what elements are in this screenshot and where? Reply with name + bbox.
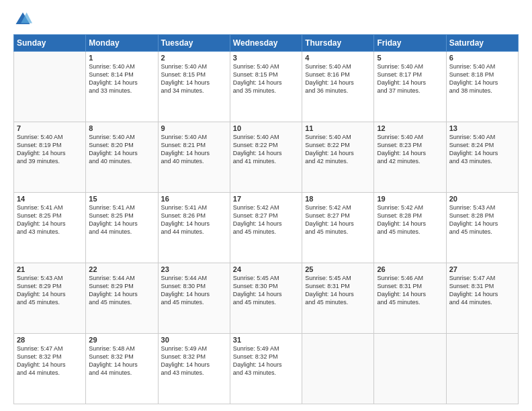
calendar-cell: 3Sunrise: 5:40 AM Sunset: 8:15 PM Daylig… <box>230 52 302 122</box>
calendar-cell: 25Sunrise: 5:45 AM Sunset: 8:31 PM Dayli… <box>302 263 374 334</box>
day-number: 6 <box>449 54 515 62</box>
day-number: 19 <box>377 195 443 203</box>
calendar-cell: 18Sunrise: 5:42 AM Sunset: 8:27 PM Dayli… <box>302 193 374 263</box>
day-number: 2 <box>161 54 227 62</box>
cell-info: Sunrise: 5:43 AM Sunset: 8:28 PM Dayligh… <box>449 203 515 236</box>
calendar-cell: 24Sunrise: 5:45 AM Sunset: 8:30 PM Dayli… <box>230 263 302 334</box>
calendar-week-row: 7Sunrise: 5:40 AM Sunset: 8:19 PM Daylig… <box>14 122 519 193</box>
cell-info: Sunrise: 5:48 AM Sunset: 8:32 PM Dayligh… <box>89 345 154 377</box>
day-number: 14 <box>17 195 83 203</box>
day-number: 5 <box>377 54 443 62</box>
calendar-week-row: 14Sunrise: 5:41 AM Sunset: 8:25 PM Dayli… <box>14 193 519 263</box>
cell-info: Sunrise: 5:49 AM Sunset: 8:32 PM Dayligh… <box>233 345 299 377</box>
cell-info: Sunrise: 5:40 AM Sunset: 8:22 PM Dayligh… <box>233 133 299 166</box>
cell-info: Sunrise: 5:42 AM Sunset: 8:27 PM Dayligh… <box>305 203 371 236</box>
calendar-cell: 12Sunrise: 5:40 AM Sunset: 8:23 PM Dayli… <box>374 122 446 193</box>
calendar-table: SundayMondayTuesdayWednesdayThursdayFrid… <box>13 34 519 404</box>
day-number: 29 <box>89 336 154 344</box>
cell-info: Sunrise: 5:41 AM Sunset: 8:26 PM Dayligh… <box>161 203 227 236</box>
calendar-cell: 11Sunrise: 5:40 AM Sunset: 8:22 PM Dayli… <box>302 122 374 193</box>
day-number: 11 <box>305 124 371 132</box>
day-header-saturday: Saturday <box>446 35 518 52</box>
calendar-cell: 29Sunrise: 5:48 AM Sunset: 8:32 PM Dayli… <box>86 334 158 404</box>
cell-info: Sunrise: 5:44 AM Sunset: 8:29 PM Dayligh… <box>89 274 154 307</box>
cell-info: Sunrise: 5:40 AM Sunset: 8:21 PM Dayligh… <box>161 133 227 166</box>
day-number: 27 <box>449 265 515 273</box>
day-number: 4 <box>305 54 371 62</box>
calendar-cell <box>14 52 86 122</box>
day-number: 7 <box>17 124 83 132</box>
day-number: 16 <box>161 195 227 203</box>
day-number: 8 <box>89 124 154 132</box>
calendar-cell: 5Sunrise: 5:40 AM Sunset: 8:17 PM Daylig… <box>374 52 446 122</box>
calendar-cell: 22Sunrise: 5:44 AM Sunset: 8:29 PM Dayli… <box>86 263 158 334</box>
cell-info: Sunrise: 5:42 AM Sunset: 8:27 PM Dayligh… <box>233 203 299 236</box>
calendar-cell: 2Sunrise: 5:40 AM Sunset: 8:15 PM Daylig… <box>158 52 230 122</box>
calendar-cell: 7Sunrise: 5:40 AM Sunset: 8:19 PM Daylig… <box>14 122 86 193</box>
day-number: 23 <box>161 265 227 273</box>
calendar-cell: 6Sunrise: 5:40 AM Sunset: 8:18 PM Daylig… <box>446 52 518 122</box>
day-header-friday: Friday <box>374 35 446 52</box>
cell-info: Sunrise: 5:40 AM Sunset: 8:19 PM Dayligh… <box>17 133 83 166</box>
calendar-week-row: 28Sunrise: 5:47 AM Sunset: 8:32 PM Dayli… <box>14 334 519 404</box>
calendar-cell: 20Sunrise: 5:43 AM Sunset: 8:28 PM Dayli… <box>446 193 518 263</box>
cell-info: Sunrise: 5:44 AM Sunset: 8:30 PM Dayligh… <box>161 274 227 307</box>
day-number: 3 <box>233 54 299 62</box>
cell-info: Sunrise: 5:45 AM Sunset: 8:30 PM Dayligh… <box>233 274 299 307</box>
cell-info: Sunrise: 5:45 AM Sunset: 8:31 PM Dayligh… <box>305 274 371 307</box>
calendar-cell: 1Sunrise: 5:40 AM Sunset: 8:14 PM Daylig… <box>86 52 158 122</box>
calendar-cell <box>446 334 518 404</box>
day-number: 15 <box>89 195 154 203</box>
calendar-cell: 13Sunrise: 5:40 AM Sunset: 8:24 PM Dayli… <box>446 122 518 193</box>
cell-info: Sunrise: 5:46 AM Sunset: 8:31 PM Dayligh… <box>377 274 443 307</box>
calendar-cell: 9Sunrise: 5:40 AM Sunset: 8:21 PM Daylig… <box>158 122 230 193</box>
cell-info: Sunrise: 5:47 AM Sunset: 8:31 PM Dayligh… <box>449 274 515 307</box>
cell-info: Sunrise: 5:40 AM Sunset: 8:17 PM Dayligh… <box>377 62 443 95</box>
cell-info: Sunrise: 5:40 AM Sunset: 8:16 PM Dayligh… <box>305 62 371 95</box>
calendar-cell: 30Sunrise: 5:49 AM Sunset: 8:32 PM Dayli… <box>158 334 230 404</box>
calendar-cell <box>374 334 446 404</box>
cell-info: Sunrise: 5:40 AM Sunset: 8:24 PM Dayligh… <box>449 133 515 166</box>
day-number: 18 <box>305 195 371 203</box>
day-number: 26 <box>377 265 443 273</box>
cell-info: Sunrise: 5:40 AM Sunset: 8:18 PM Dayligh… <box>449 62 515 95</box>
day-number: 22 <box>89 265 154 273</box>
calendar-header-row: SundayMondayTuesdayWednesdayThursdayFrid… <box>14 35 519 52</box>
day-header-wednesday: Wednesday <box>230 35 302 52</box>
day-header-monday: Monday <box>86 35 158 52</box>
logo-icon <box>13 10 32 29</box>
cell-info: Sunrise: 5:49 AM Sunset: 8:32 PM Dayligh… <box>161 345 227 377</box>
day-number: 28 <box>17 336 83 344</box>
day-number: 20 <box>449 195 515 203</box>
day-number: 12 <box>377 124 443 132</box>
day-number: 25 <box>305 265 371 273</box>
day-number: 17 <box>233 195 299 203</box>
calendar-cell: 10Sunrise: 5:40 AM Sunset: 8:22 PM Dayli… <box>230 122 302 193</box>
cell-info: Sunrise: 5:41 AM Sunset: 8:25 PM Dayligh… <box>89 203 154 236</box>
cell-info: Sunrise: 5:40 AM Sunset: 8:15 PM Dayligh… <box>161 62 227 95</box>
calendar-cell: 8Sunrise: 5:40 AM Sunset: 8:20 PM Daylig… <box>86 122 158 193</box>
cell-info: Sunrise: 5:41 AM Sunset: 8:25 PM Dayligh… <box>17 203 83 236</box>
cell-info: Sunrise: 5:40 AM Sunset: 8:22 PM Dayligh… <box>305 133 371 166</box>
calendar-week-row: 1Sunrise: 5:40 AM Sunset: 8:14 PM Daylig… <box>14 52 519 122</box>
day-number: 30 <box>161 336 227 344</box>
calendar-cell: 4Sunrise: 5:40 AM Sunset: 8:16 PM Daylig… <box>302 52 374 122</box>
day-number: 1 <box>89 54 154 62</box>
day-header-sunday: Sunday <box>14 35 86 52</box>
calendar-cell: 21Sunrise: 5:43 AM Sunset: 8:29 PM Dayli… <box>14 263 86 334</box>
day-number: 21 <box>17 265 83 273</box>
calendar-cell: 15Sunrise: 5:41 AM Sunset: 8:25 PM Dayli… <box>86 193 158 263</box>
calendar-cell: 16Sunrise: 5:41 AM Sunset: 8:26 PM Dayli… <box>158 193 230 263</box>
day-header-thursday: Thursday <box>302 35 374 52</box>
calendar-page: SundayMondayTuesdayWednesdayThursdayFrid… <box>0 0 532 411</box>
day-header-tuesday: Tuesday <box>158 35 230 52</box>
cell-info: Sunrise: 5:40 AM Sunset: 8:23 PM Dayligh… <box>377 133 443 166</box>
logo <box>13 10 35 29</box>
calendar-cell: 17Sunrise: 5:42 AM Sunset: 8:27 PM Dayli… <box>230 193 302 263</box>
day-number: 31 <box>233 336 299 344</box>
calendar-cell: 28Sunrise: 5:47 AM Sunset: 8:32 PM Dayli… <box>14 334 86 404</box>
day-number: 10 <box>233 124 299 132</box>
cell-info: Sunrise: 5:47 AM Sunset: 8:32 PM Dayligh… <box>17 345 83 377</box>
calendar-week-row: 21Sunrise: 5:43 AM Sunset: 8:29 PM Dayli… <box>14 263 519 334</box>
calendar-cell: 31Sunrise: 5:49 AM Sunset: 8:32 PM Dayli… <box>230 334 302 404</box>
